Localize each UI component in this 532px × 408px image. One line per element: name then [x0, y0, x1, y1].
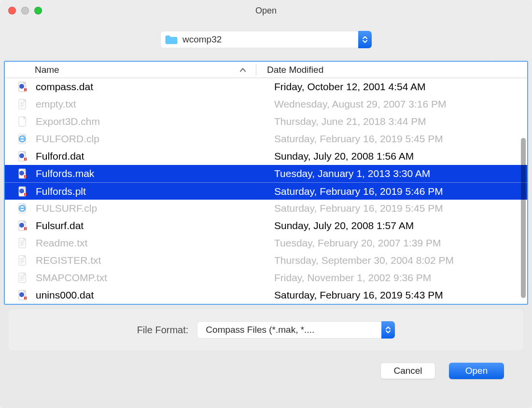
file-date: Saturday, February 16, 2019 5:46 PM [256, 186, 443, 197]
column-date[interactable]: Date Modified [256, 65, 323, 75]
dropdown-stepper-icon[interactable] [381, 321, 395, 339]
open-dialog: Open wcomp32 Name Date Modified [0, 0, 532, 408]
file-icon [17, 238, 28, 248]
file-row[interactable]: compass.datFriday, October 12, 2001 4:54… [5, 78, 527, 95]
open-button-label: Open [465, 366, 488, 376]
file-date: Sunday, July 20, 2008 1:56 AM [256, 150, 414, 162]
column-date-label: Date Modified [267, 65, 323, 75]
file-icon [17, 186, 28, 197]
file-icon [17, 203, 28, 214]
file-date: Wednesday, August 29, 2007 3:16 PM [256, 98, 446, 110]
close-icon[interactable] [8, 7, 16, 14]
file-row: REGISTER.txtThursday, September 30, 2004… [5, 252, 527, 269]
svg-point-22 [19, 189, 24, 193]
file-name: compass.dat [36, 81, 256, 93]
file-row[interactable]: unins000.datSaturday, February 16, 2019 … [5, 286, 527, 304]
file-date: Thursday, June 21, 2018 3:44 PM [256, 116, 426, 127]
location-row: wcomp32 [0, 21, 532, 61]
window-title: Open [0, 6, 532, 16]
svg-rect-3 [26, 88, 27, 91]
file-date: Saturday, February 16, 2019 5:45 PM [256, 133, 443, 145]
file-name: Fulfords.plt [36, 186, 256, 197]
file-date: Friday, October 12, 2001 4:54 AM [256, 81, 426, 93]
svg-point-14 [19, 153, 24, 158]
file-row: Readme.txtTuesday, February 20, 2007 1:3… [5, 234, 527, 252]
file-name: empty.txt [36, 98, 256, 110]
file-name: FULSURF.clp [36, 203, 256, 214]
file-format-label: File Format: [137, 325, 189, 336]
svg-point-29 [19, 223, 24, 228]
file-date: Thursday, September 30, 2004 8:02 PM [256, 255, 454, 266]
minimize-icon[interactable] [21, 7, 29, 14]
svg-rect-31 [26, 227, 27, 230]
svg-point-1 [19, 84, 24, 89]
dropdown-stepper-icon[interactable] [358, 31, 372, 48]
location-text: wcomp32 [182, 34, 372, 45]
file-name: Readme.txt [36, 237, 256, 249]
file-icon [17, 99, 28, 109]
file-name: unins000.dat [36, 289, 256, 301]
file-icon [17, 220, 28, 231]
folder-icon [165, 35, 178, 44]
open-button[interactable]: Open [449, 363, 504, 379]
svg-rect-16 [26, 158, 27, 161]
svg-rect-49 [24, 297, 25, 299]
svg-rect-23 [24, 193, 25, 196]
file-rows[interactable]: compass.datFriday, October 12, 2001 4:54… [5, 78, 527, 304]
file-icon [17, 168, 28, 179]
file-name: Export3D.chm [36, 116, 256, 127]
file-icon [17, 272, 28, 283]
file-icon [17, 255, 28, 266]
file-date: Saturday, February 16, 2019 5:43 PM [256, 289, 443, 301]
file-row: FULSURF.clpSaturday, February 16, 2019 5… [5, 200, 527, 217]
cancel-button[interactable]: Cancel [380, 363, 435, 379]
window-controls [0, 7, 42, 14]
svg-rect-30 [24, 227, 25, 230]
file-icon [17, 290, 28, 300]
svg-rect-20 [26, 175, 27, 178]
file-row[interactable]: Fulfords.makTuesday, January 1, 2013 3:3… [5, 165, 527, 182]
file-date: Saturday, February 16, 2019 5:45 PM [256, 203, 443, 214]
svg-rect-2 [24, 88, 25, 91]
file-date: Tuesday, February 20, 2007 1:39 PM [256, 237, 441, 249]
file-icon [17, 82, 28, 92]
file-format-value: Compass Files (*.mak, *.... [206, 325, 314, 335]
file-icon [17, 151, 28, 162]
file-date: Sunday, July 20, 2008 1:57 AM [256, 220, 414, 231]
file-date: Friday, November 1, 2002 9:36 PM [256, 272, 431, 284]
file-format-dropdown[interactable]: Compass Files (*.mak, *.... [197, 321, 395, 339]
file-row[interactable]: Fulsurf.datSunday, July 20, 2008 1:57 AM [5, 217, 527, 234]
file-name: Fulford.dat [36, 150, 256, 162]
file-list-pane: Name Date Modified compass.datFriday, Oc… [4, 61, 528, 305]
svg-rect-50 [26, 297, 27, 299]
file-row[interactable]: Fulford.datSunday, July 20, 2008 1:56 AM [5, 148, 527, 165]
titlebar: Open [0, 0, 532, 21]
file-date: Tuesday, January 1, 2013 3:30 AM [256, 168, 430, 179]
file-name: FULFORD.clp [36, 133, 256, 145]
file-row: SMAPCOMP.txtFriday, November 1, 2002 9:3… [5, 269, 527, 286]
maximize-icon[interactable] [34, 7, 42, 14]
column-name-label: Name [35, 65, 59, 75]
svg-rect-24 [26, 193, 27, 196]
svg-rect-19 [24, 175, 25, 178]
file-icon [17, 116, 28, 127]
column-headers: Name Date Modified [5, 62, 527, 78]
file-row: empty.txtWednesday, August 29, 2007 3:16… [5, 95, 527, 113]
file-name: Fulfords.mak [36, 168, 256, 179]
cancel-button-label: Cancel [393, 366, 422, 376]
location-dropdown[interactable]: wcomp32 [160, 31, 372, 48]
svg-rect-15 [24, 158, 25, 161]
file-name: SMAPCOMP.txt [36, 272, 256, 284]
scrollbar-thumb[interactable] [521, 138, 526, 298]
file-row[interactable]: Fulfords.pltSaturday, February 16, 2019 … [5, 182, 527, 200]
file-name: Fulsurf.dat [36, 220, 256, 231]
file-name: REGISTER.txt [36, 255, 256, 266]
file-icon [17, 134, 28, 144]
file-row: FULFORD.clpSaturday, February 16, 2019 5… [5, 130, 527, 148]
filter-panel: File Format: Compass Files (*.mak, *.... [9, 310, 523, 350]
dialog-actions: Cancel Open [0, 350, 532, 392]
sort-ascending-icon [239, 68, 246, 72]
svg-point-18 [19, 171, 24, 176]
svg-point-48 [19, 292, 24, 297]
column-name[interactable]: Name [5, 65, 256, 75]
